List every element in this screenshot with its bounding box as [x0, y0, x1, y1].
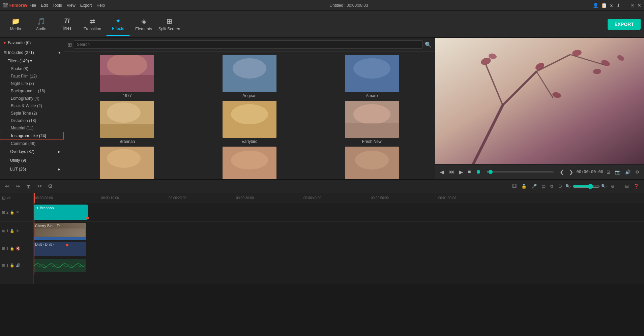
screenshot-button[interactable]: 📷: [614, 169, 622, 175]
track-1-video-row: Cherry Blo... Tr: [34, 222, 644, 240]
undo-button[interactable]: ↩: [3, 182, 11, 190]
zoom-speed-button[interactable]: ⏱: [556, 183, 564, 189]
nav-next-button[interactable]: ❯: [567, 168, 575, 176]
volume-button[interactable]: 🔊: [624, 169, 632, 175]
effect-item-row3b[interactable]: [190, 147, 310, 179]
menu-export[interactable]: Export: [80, 3, 92, 8]
zoom-mic-button[interactable]: 🎤: [530, 183, 538, 189]
help-button[interactable]: ❓: [632, 183, 641, 189]
sidebar-item-lomography[interactable]: Lomography (4): [0, 95, 64, 102]
menu-tools[interactable]: Tools: [53, 3, 62, 8]
track-2-lock[interactable]: 🔒: [10, 210, 14, 215]
toolbar-audio[interactable]: 🎵 Audio: [29, 13, 53, 36]
included-group[interactable]: ⊞ Included (271) ▾: [0, 48, 64, 57]
settings-button[interactable]: ⚙: [634, 169, 641, 175]
split-track-button[interactable]: ⊟: [623, 183, 631, 189]
filters-group[interactable]: Filters (149) ▾: [0, 57, 64, 65]
sidebar-item-common[interactable]: Common (49): [0, 140, 64, 147]
progress-bar[interactable]: [487, 171, 554, 173]
overlays-group[interactable]: Overlays (87) ▸: [0, 147, 64, 156]
rewind-button[interactable]: ◀: [439, 168, 445, 176]
effect-item-brannan[interactable]: Brannan: [67, 101, 187, 144]
effect-item-1977[interactable]: 1977: [67, 55, 187, 98]
effect-item-row3c[interactable]: [312, 147, 432, 179]
effects-grid: 1977 Aegean Amaro: [64, 52, 435, 179]
track-audio2-mute[interactable]: 🔊: [16, 263, 21, 268]
clip-brannan[interactable]: ✦ Brannan: [34, 205, 88, 220]
close-button[interactable]: ✕: [637, 3, 641, 8]
step-back-button[interactable]: ⏮: [447, 168, 456, 176]
svg-rect-2: [100, 75, 154, 92]
redo-button[interactable]: ↪: [14, 182, 22, 190]
toolbar-media[interactable]: 📁 Media: [3, 13, 28, 36]
delete-button[interactable]: 🗑: [24, 183, 33, 190]
titles-icon: TI: [64, 18, 69, 25]
zoom-snap-button[interactable]: ⊕: [609, 183, 616, 189]
export-button[interactable]: EXPORT: [608, 19, 641, 30]
menu-file[interactable]: File: [30, 3, 36, 8]
mail-icon[interactable]: ✉: [610, 3, 614, 8]
track-2-eye[interactable]: 👁: [16, 210, 20, 214]
zoom-slider[interactable]: [573, 184, 600, 189]
clip-drift[interactable]: Drift · Drift ·: [34, 242, 86, 256]
track-audio2-lock[interactable]: 🔒: [10, 263, 14, 268]
search-icon[interactable]: 🔍: [425, 41, 432, 48]
download-icon[interactable]: ⬇: [616, 3, 620, 8]
sidebar-item-material[interactable]: Material (11): [0, 124, 64, 132]
sidebar-item-faux-film[interactable]: Faux Film (12): [0, 72, 64, 80]
toolbar-titles[interactable]: TI Titles: [55, 13, 79, 36]
search-input[interactable]: [74, 40, 423, 49]
track-audio-lock[interactable]: 🔒: [10, 246, 14, 251]
menu-view[interactable]: View: [67, 3, 76, 8]
sidebar-item-distortion[interactable]: Distortion (18): [0, 117, 64, 124]
record-button[interactable]: ⏺: [474, 168, 482, 176]
zoom-fit-button[interactable]: 🎞: [510, 183, 518, 189]
sidebar-item-background[interactable]: Background ... (16): [0, 87, 64, 95]
sidebar-item-shake[interactable]: Shake (8): [0, 65, 64, 72]
toolbar-elements[interactable]: ◈ Elements: [131, 13, 156, 36]
cut-button[interactable]: ✂: [36, 182, 43, 190]
nav-prev-button[interactable]: ❮: [558, 168, 565, 176]
add-track-icon[interactable]: ⊞: [2, 195, 6, 201]
media-icon: 📁: [11, 17, 20, 25]
track-1-audio-header: ⊞ 1 🔒 🔇: [0, 240, 33, 257]
adjust-button[interactable]: ⚙: [46, 182, 54, 190]
sidebar-item-sepia[interactable]: Sepia Tone (2): [0, 110, 64, 117]
track-1-eye[interactable]: 👁: [16, 229, 20, 233]
menu-edit[interactable]: Edit: [41, 3, 48, 8]
scissors-icon[interactable]: ✂: [7, 195, 11, 201]
minimize-button[interactable]: —: [623, 3, 628, 8]
timecode-display: 00:00:00:00: [577, 170, 603, 174]
restore-button[interactable]: ⊡: [631, 3, 635, 8]
track-1-lock[interactable]: 🔒: [10, 229, 14, 233]
clip-audio[interactable]: [34, 259, 86, 272]
sidebar-item-black-white[interactable]: Black & White (2): [0, 102, 64, 110]
zoom-lock-button[interactable]: 🔒: [520, 183, 528, 189]
effect-item-aegean[interactable]: Aegean: [190, 55, 310, 98]
clip-blue-bar[interactable]: [34, 237, 86, 240]
utility-group[interactable]: Utility (9): [0, 156, 64, 165]
effect-item-amaro[interactable]: Amaro: [312, 55, 432, 98]
toolbar-effects[interactable]: ✦ Effects: [106, 13, 130, 36]
stop-button[interactable]: ■: [466, 168, 472, 176]
fullscreen-button[interactable]: ⊡: [605, 169, 612, 175]
track-audio-mute[interactable]: 🔇: [16, 246, 21, 251]
toolbar-transition[interactable]: ⇄ Transition: [80, 13, 105, 36]
favourite-section[interactable]: ♥ Favourite (0): [0, 38, 64, 48]
sidebar-item-night-life[interactable]: Night Life (3): [0, 80, 64, 87]
grid-view-icon[interactable]: ⊞: [67, 41, 72, 48]
lut-group[interactable]: LUT (26) ▸: [0, 165, 64, 174]
effect-item-freshnew[interactable]: Fresh New: [312, 101, 432, 144]
zoom-pip-button[interactable]: ⧉: [549, 183, 555, 190]
user-icon[interactable]: 👤: [593, 3, 598, 8]
effect-item-row3a[interactable]: [67, 147, 187, 179]
effect-item-earlybird[interactable]: Earlybird: [190, 101, 310, 144]
svg-rect-21: [435, 38, 644, 164]
sidebar-item-instagram[interactable]: Instagram-Like (24): [0, 132, 64, 140]
toolbar-split-screen[interactable]: ⊞ Split Screen: [157, 13, 181, 36]
clip-cherry[interactable]: Cherry Blo... Tr: [34, 223, 86, 237]
play-button[interactable]: ▶: [458, 168, 464, 176]
menu-help[interactable]: Help: [96, 3, 105, 8]
bookmark-icon[interactable]: 📋: [601, 3, 607, 8]
zoom-text-button[interactable]: ▤: [540, 183, 547, 189]
